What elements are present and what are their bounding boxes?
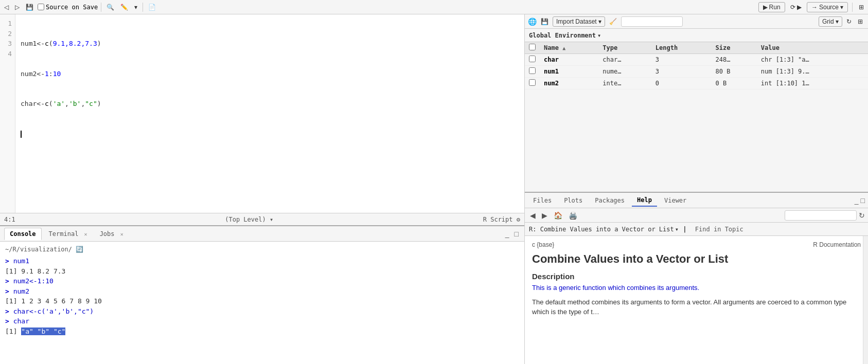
env-row-num1-length: 3 (651, 66, 712, 78)
global-env-label: Global Environment (529, 32, 596, 39)
bottom-minimize-button[interactable]: _ (855, 196, 859, 205)
import-dataset-button[interactable]: Import Dataset ▾ (553, 16, 605, 27)
tab-plots[interactable]: Plots (559, 195, 588, 206)
grid-button[interactable]: Grid ▾ (819, 16, 842, 27)
tab-help[interactable]: Help (632, 194, 657, 207)
help-pkg: c {base} (532, 241, 554, 248)
dropdown-button[interactable]: ▾ (132, 3, 139, 12)
re-run-button[interactable]: ⟳ ▶ (788, 3, 804, 12)
source-button[interactable]: → Source ▾ (807, 2, 848, 12)
help-topic-chevron: ▾ (675, 226, 679, 233)
help-header: c {base} R Documentation (532, 241, 861, 248)
top-toolbar: ◁ ▷ 💾 Source on Save 🔍 ✏️ ▾ 📄 ▶ Run ⟳ ▶ … (0, 0, 868, 14)
broom-button[interactable]: 🧹 (607, 17, 619, 26)
env-row-char-length: 3 (651, 54, 712, 66)
code-line-1: num1<-c(9.1,8.2,7.3) (21, 39, 519, 49)
help-topic-bar: R: Combine Values into a Vector or List … (525, 223, 868, 236)
env-icon: 🌐 (528, 17, 537, 26)
env-row-num2-checkbox[interactable] (525, 78, 540, 89)
env-header-checkbox (525, 42, 540, 54)
env-toolbar: 🌐 💾 Import Dataset ▾ 🧹 Grid ▾ ↻ ⊞ (525, 14, 868, 29)
env-table-header-row: Name ▲ Type Length Size Value (525, 42, 868, 54)
env-row-num2-length: 0 (651, 78, 712, 89)
env-row-num1-type: nume… (598, 66, 651, 78)
script-type: R Script ⚙ (483, 216, 520, 223)
cursor-position: 4:1 (4, 216, 15, 223)
forward-button[interactable]: ▷ (13, 3, 22, 12)
top-level: (Top Level) ▾ (225, 216, 273, 223)
env-row-num1[interactable]: num1 nume… 3 80 B num [1:3] 9.… (525, 66, 868, 78)
separator1 (101, 3, 101, 12)
save-button[interactable]: 💾 (24, 3, 36, 12)
tab-terminal[interactable]: Terminal ✕ (44, 228, 93, 240)
env-save-button[interactable]: 💾 (539, 17, 551, 26)
status-bar: 4:1 (Top Level) ▾ R Script ⚙ (0, 213, 524, 225)
tab-packages[interactable]: Packages (590, 195, 630, 206)
env-header-size[interactable]: Size (712, 42, 757, 54)
env-row-num2[interactable]: num2 inte… 0 0 B int [1:10] 1… (525, 78, 868, 89)
help-topic-dropdown[interactable]: R: Combine Values into a Vector or List … (529, 226, 679, 233)
run-button[interactable]: ▶ Run (758, 2, 785, 12)
console-content[interactable]: ~/R/visualization/ 🔄 > num1 [1] 9.1 8.2 … (0, 242, 524, 364)
help-search-input[interactable] (785, 210, 857, 221)
env-table: Name ▲ Type Length Size Value char char…… (525, 42, 868, 89)
grid-label: Grid (822, 18, 834, 25)
back-button[interactable]: ◁ (2, 3, 11, 12)
env-row-char[interactable]: char char… 3 248… chr [1:3] "a… (525, 54, 868, 66)
code-editor[interactable]: num1<-c(9.1,8.2,7.3) num2<-1:10 char<-c(… (15, 14, 524, 213)
tab-viewer[interactable]: Viewer (659, 195, 692, 206)
help-forward-button[interactable]: ▶ (540, 210, 550, 221)
env-row-num1-checkbox[interactable] (525, 66, 540, 78)
right-panel: 🌐 💾 Import Dataset ▾ 🧹 Grid ▾ ↻ ⊞ Global… (525, 14, 868, 364)
env-refresh-button[interactable]: ↻ (844, 17, 854, 26)
console-output-2: [1] 1 2 3 4 5 6 7 8 9 10 (5, 296, 519, 306)
tab-files[interactable]: Files (528, 195, 557, 206)
console-tabs: Console Terminal ✕ Jobs ✕ _ □ (0, 226, 524, 242)
separator3 (852, 3, 853, 12)
help-back-button[interactable]: ◀ (528, 210, 538, 221)
env-row-num1-size: 80 B (712, 66, 757, 78)
source-on-save-checkbox[interactable] (38, 4, 44, 10)
find-in-topic-button[interactable]: Find in Topic (695, 226, 743, 233)
global-env-dropdown[interactable]: Global Environment ▾ (529, 32, 601, 39)
help-divider: | (683, 225, 687, 233)
source-on-save-label[interactable]: Source on Save (38, 4, 98, 11)
env-row-char-size: 248… (712, 54, 757, 66)
help-content: c {base} R Documentation Combine Values … (525, 236, 868, 364)
console-line-5: > char (5, 316, 519, 326)
edit-button[interactable]: ✏️ (118, 3, 130, 12)
help-description-text: This is a generic function which combine… (532, 283, 861, 293)
help-main-title: Combine Values into a Vector or List (532, 252, 861, 266)
source-on-save-text: Source on Save (46, 4, 98, 11)
console-maximize-button[interactable]: □ (513, 230, 520, 238)
console-minimize-button[interactable]: _ (504, 230, 511, 238)
env-header-length[interactable]: Length (651, 42, 712, 54)
bottom-minimize-controls: _ □ (855, 196, 865, 205)
tab-jobs[interactable]: Jobs ✕ (95, 228, 129, 240)
help-refresh-button[interactable]: ↻ (859, 211, 865, 220)
editor-area: 1 2 3 4 num1<-c(9.1,8.2,7.3) num2<-1:10 … (0, 14, 524, 213)
line-num-3: 3 (3, 39, 12, 49)
console-area: Console Terminal ✕ Jobs ✕ _ □ ~/R/visual… (0, 225, 524, 364)
env-row-num1-value: num [1:3] 9.… (757, 66, 868, 78)
env-select-all[interactable] (529, 44, 536, 50)
console-line-3: > num2 (5, 286, 519, 297)
tab-console[interactable]: Console (4, 228, 42, 240)
help-body-text: The default method combines its argument… (532, 297, 861, 317)
env-search-input[interactable] (621, 16, 683, 27)
pages-button[interactable]: ⊞ (857, 3, 866, 12)
help-scrollbar[interactable] (863, 236, 868, 364)
help-print-button[interactable]: 🖨️ (566, 210, 579, 221)
env-header-value[interactable]: Value (757, 42, 868, 54)
env-header-type[interactable]: Type (598, 42, 651, 54)
search-button[interactable]: 🔍 (104, 3, 116, 12)
help-description-heading: Description (532, 272, 861, 281)
bottom-maximize-button[interactable]: □ (861, 196, 865, 205)
compile-button[interactable]: 📄 (146, 3, 158, 12)
console-line-1: > num1 (5, 256, 519, 266)
env-header-name[interactable]: Name ▲ (540, 42, 598, 54)
help-home-button[interactable]: 🏠 (552, 210, 564, 221)
env-row-char-checkbox[interactable] (525, 54, 540, 66)
help-toolbar: ◀ ▶ 🏠 🖨️ ↻ (525, 208, 868, 223)
env-expand-button[interactable]: ⊞ (856, 17, 865, 26)
